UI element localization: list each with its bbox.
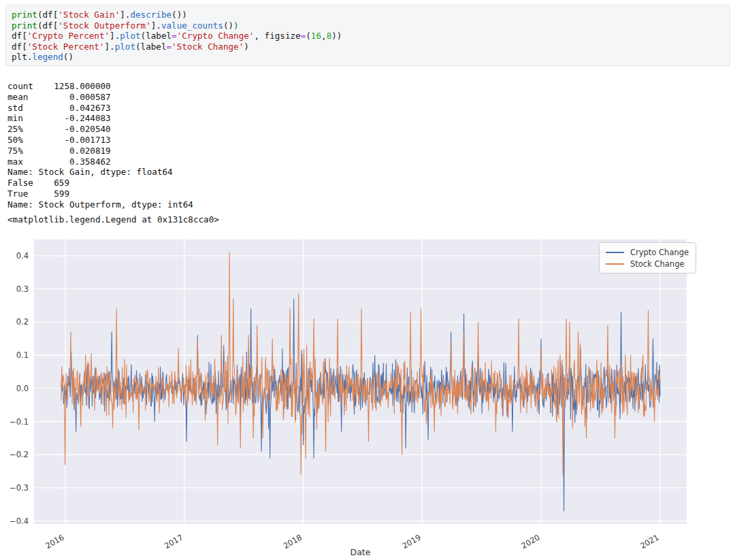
svg-text:2017: 2017 <box>163 532 184 550</box>
legend-entry-crypto: Crypto Change <box>606 246 689 258</box>
svg-text:2019: 2019 <box>401 532 423 550</box>
svg-text:2021: 2021 <box>638 532 660 550</box>
stock-line-swatch <box>606 263 624 265</box>
figure: 0.40.30.20.10.0−0.1−0.2−0.3−0.4201620172… <box>5 235 696 560</box>
svg-text:0.1: 0.1 <box>16 350 29 360</box>
legend-repr-output: <matplotlib.legend.Legend at 0x131c8cca0… <box>7 214 219 225</box>
legend-entry-stock: Stock Change <box>606 258 689 269</box>
svg-text:0.0: 0.0 <box>16 384 29 393</box>
svg-text:0.4: 0.4 <box>16 251 29 261</box>
chart-legend: Crypto Change Stock Change <box>599 242 696 274</box>
svg-text:−0.1: −0.1 <box>10 417 29 427</box>
legend-label-crypto: Crypto Change <box>630 248 689 257</box>
crypto-line-swatch <box>606 252 624 253</box>
svg-text:2016: 2016 <box>44 532 65 550</box>
svg-text:0.3: 0.3 <box>16 284 29 294</box>
legend-label-stock: Stock Change <box>630 259 685 269</box>
svg-text:0.2: 0.2 <box>16 317 29 327</box>
svg-text:−0.2: −0.2 <box>10 450 29 459</box>
code-cell[interactable]: print(df['Stock Gain'].describe())print(… <box>5 5 730 66</box>
svg-text:−0.3: −0.3 <box>10 483 29 493</box>
chart-svg: 0.40.30.20.10.0−0.1−0.2−0.3−0.4201620172… <box>5 235 696 560</box>
svg-text:Date: Date <box>350 547 371 557</box>
svg-text:−0.4: −0.4 <box>10 516 29 526</box>
describe-output: count 1258.000000 mean 0.000587 std 0.04… <box>7 81 193 210</box>
svg-text:2020: 2020 <box>519 532 541 550</box>
code-lines: print(df['Stock Gain'].describe())print(… <box>12 10 724 63</box>
svg-text:2018: 2018 <box>282 532 304 550</box>
